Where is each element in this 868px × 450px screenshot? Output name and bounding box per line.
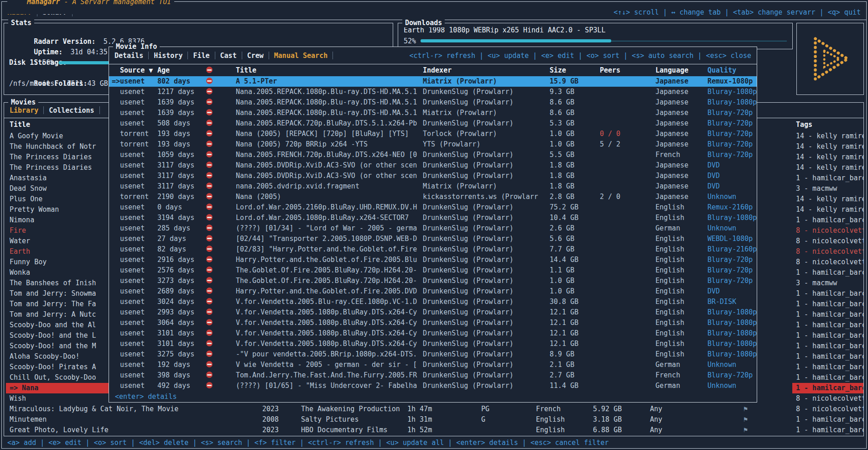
movie-info-tab[interactable]: Cast	[220, 52, 237, 60]
result-source: usenet	[120, 370, 145, 381]
search-result-row[interactable]: usenet 192 days V wie Vendetta - 2005 - …	[109, 360, 757, 370]
result-age: 3117 days	[157, 160, 194, 171]
no-entry-icon	[200, 349, 218, 360]
search-result-row[interactable]: usenet 3101 days V.for.Vendetta.2005.108…	[109, 328, 757, 339]
result-quality: Bluray-720p	[707, 118, 753, 129]
movie-info-tab[interactable]: File	[193, 52, 209, 60]
tags-column-header[interactable]: Tags	[796, 118, 812, 131]
movie-info-tab[interactable]: Crew	[247, 52, 264, 60]
search-result-row[interactable]: torrent 2190 days Nana (2005) kickasstor…	[109, 192, 757, 202]
tab-separator	[148, 52, 149, 59]
movie-info-tab[interactable]: Details	[114, 52, 143, 60]
search-result-row[interactable]: usenet 27 days [02/44] "Transporter 2.20…	[109, 234, 757, 244]
movie-row[interactable]: Minutemen 2008 Salty Pictures 1h 31m G E…	[4, 414, 863, 425]
movie-info-tab[interactable]: Manual Search	[274, 52, 327, 60]
movie-row[interactable]: Miraculous: Ladybug & Cat Noir, The Movi…	[4, 404, 863, 414]
result-source: usenet	[120, 171, 145, 181]
quality-column-header[interactable]: Quality	[707, 64, 736, 76]
result-size: 2.6 GB	[550, 223, 574, 234]
result-quality: Bluray-720p	[707, 129, 753, 139]
result-language: English	[655, 318, 684, 328]
result-age: 82 days	[157, 244, 186, 255]
search-result-row[interactable]: usenet 3117 days nana.2005.dvdrip.xvid.f…	[109, 181, 757, 192]
search-result-row[interactable]: usenet 1639 days Nana.2005.REPACK.1080p.…	[109, 108, 757, 118]
peers-column-header[interactable]: Peers	[600, 64, 620, 76]
search-result-row[interactable]: usenet 3024 days V.for.Vendetta.2005.Blu…	[109, 297, 757, 307]
size-column-header[interactable]: Size	[550, 64, 566, 76]
result-indexer: DrunkenSlug (Prowlarr)	[423, 286, 547, 297]
search-result-row[interactable]: usenet 3101 days V.for.Vendetta.2005.108…	[109, 339, 757, 349]
download-percent: 52%	[404, 37, 416, 45]
result-indexer: kickasstorrents.ws (Prowlarr	[423, 192, 547, 202]
search-result-row[interactable]: usenet 3273 days The.Goblet.Of.Fire.2005…	[109, 276, 757, 286]
movies-tab[interactable]: Collections	[49, 106, 94, 115]
search-result-row[interactable]: usenet 1639 days Nana.2005.REPACK.1080p.…	[109, 97, 757, 108]
disk-percent: 56%	[42, 58, 54, 68]
movie-tag: 8 - nicolecolvett	[792, 404, 863, 414]
modal-keybindings: <ctrl-r> refresh | <u> update | <e> edit…	[409, 52, 751, 60]
search-result-row[interactable]: usenet 2993 days V.for.Vendetta.2005.108…	[109, 307, 757, 318]
movie-tag: 8 - nicolecolvett	[792, 246, 863, 257]
search-result-row[interactable]: => usenet 802 days A 5.1-PTer Miatrix (P…	[109, 76, 757, 87]
result-indexer: DrunkenSlug (Prowlarr)	[423, 307, 547, 318]
result-title: Nana (2005)	[236, 192, 420, 202]
search-result-row[interactable]: usenet 2689 days Harry.Potter.and.the.Go…	[109, 286, 757, 297]
movie-title: The Hunchback of Notr	[10, 142, 96, 151]
search-result-row[interactable]: usenet 2576 days The.Goblet.Of.Fire.2005…	[109, 265, 757, 276]
search-result-row[interactable]: usenet 2916 days Harry.Potter.and.the.Go…	[109, 255, 757, 265]
result-quality: Bluray-1080p	[707, 87, 757, 97]
tab-separator	[333, 52, 333, 59]
age-column-header[interactable]: Age	[157, 64, 170, 76]
search-result-row[interactable]: usenet 1059 days Nana.2005.FRENCH.720p.B…	[109, 150, 757, 160]
search-result-row[interactable]: usenet 3275 days -"V pour vendetta.2005.…	[109, 349, 757, 360]
result-language: English	[655, 202, 684, 213]
search-result-row[interactable]: usenet 3064 days V.for.Vendetta.2005.108…	[109, 318, 757, 328]
search-result-row[interactable]: usenet 3117 days Nana.2005.DVDRip.XviD.A…	[109, 171, 757, 181]
movie-tag: 14 - kelly ramirez	[792, 131, 863, 141]
movie-studio: HBO Documentary Films	[301, 425, 404, 435]
search-result-row[interactable]: usenet 82 days [02/83] "Harry.Potter.and…	[109, 244, 757, 255]
search-result-row[interactable]: usenet 492 days (????) [01/65] - "Miss U…	[109, 381, 757, 391]
result-size: 1.1 GB	[550, 265, 574, 276]
search-result-row[interactable]: torrent 193 days Nana (2005) [REPACK] [7…	[109, 129, 757, 139]
download-item[interactable]: Earth 1998 1080p WEBRip x265 Hindi AAC2.…	[398, 25, 792, 36]
indexer-column-header[interactable]: Indexer	[423, 64, 547, 76]
no-entry-icon	[200, 213, 218, 223]
search-result-row[interactable]: usenet 508 days Nana.2005.REPACK.720p.Bl…	[109, 118, 757, 129]
search-result-row[interactable]: usenet 0 days Lord.of.War.2005.2160p.Blu…	[109, 202, 757, 213]
result-age: 3064 days	[157, 318, 194, 328]
result-title: Nana.2005.DVDRip.XviD.AC3-SVO (or other …	[236, 160, 420, 171]
title-column-header[interactable]: Title	[236, 64, 420, 76]
search-result-row[interactable]: usenet 398 days Tom.And.Jerry.The.Fast.A…	[109, 370, 757, 381]
search-result-row[interactable]: torrent 193 days Nana (2005) 720p BRRip …	[109, 139, 757, 150]
selection-arrow: =>	[10, 384, 22, 392]
tab-separator	[99, 106, 100, 114]
result-quality: Bluray-720p	[707, 150, 753, 160]
movie-title: Scooby-Doo! and the L	[10, 331, 96, 340]
result-language: Japanese	[655, 76, 688, 87]
result-size: 1.0 GB	[550, 129, 574, 139]
downloads-panel: Downloads Earth 1998 1080p WEBRip x265 H…	[398, 23, 793, 49]
search-result-row[interactable]: usenet 3117 days Nana.2005.DVDRip.XviD.A…	[109, 160, 757, 171]
movies-tab[interactable]: Library	[10, 106, 38, 115]
search-result-row[interactable]: usenet 1217 days Nana.2005.REPACK.1080p.…	[109, 87, 757, 97]
title-column-header[interactable]: Title	[10, 118, 30, 131]
no-entry-icon	[200, 339, 218, 349]
result-quality: Bluray-720p	[707, 255, 753, 265]
result-size: 12.1 GB	[550, 328, 578, 339]
movie-info-tab[interactable]: History	[154, 52, 182, 60]
movie-row[interactable]: Great Photo, Lovely Life 2023 HBO Docume…	[4, 425, 863, 435]
language-column-header[interactable]: Language	[655, 64, 688, 76]
result-peers: 2 / 0	[600, 192, 620, 202]
movie-title-cell: Miraculous: Ladybug & Cat Noir, The Movi…	[6, 404, 260, 414]
result-quality: Unknown	[707, 360, 736, 370]
source-column-header[interactable]: Source▼	[120, 64, 153, 76]
search-result-row[interactable]: usenet 3194 days Lord.of.War.2005.1080p.…	[109, 213, 757, 223]
result-size: 5.6 GB	[550, 234, 574, 244]
movie-tag: 1 - hamilcar_barca	[792, 362, 863, 372]
no-entry-icon	[200, 192, 218, 202]
search-result-row[interactable]: usenet 285 days (????) [01/34] - "Lord o…	[109, 223, 757, 234]
result-language: English	[655, 276, 684, 286]
result-age: 1639 days	[157, 108, 194, 118]
result-indexer: DrunkenSlug (Prowlarr)	[423, 118, 547, 129]
